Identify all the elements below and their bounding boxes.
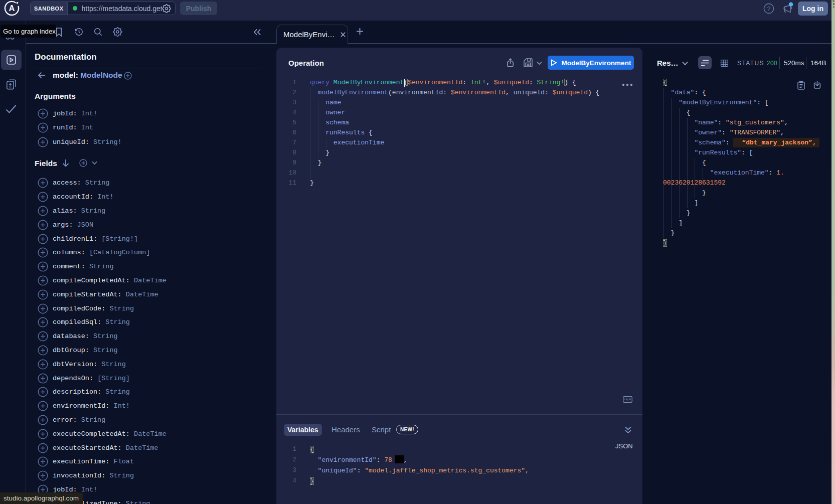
svg-text:?: ? [767, 6, 771, 13]
svg-text:A: A [9, 4, 15, 13]
